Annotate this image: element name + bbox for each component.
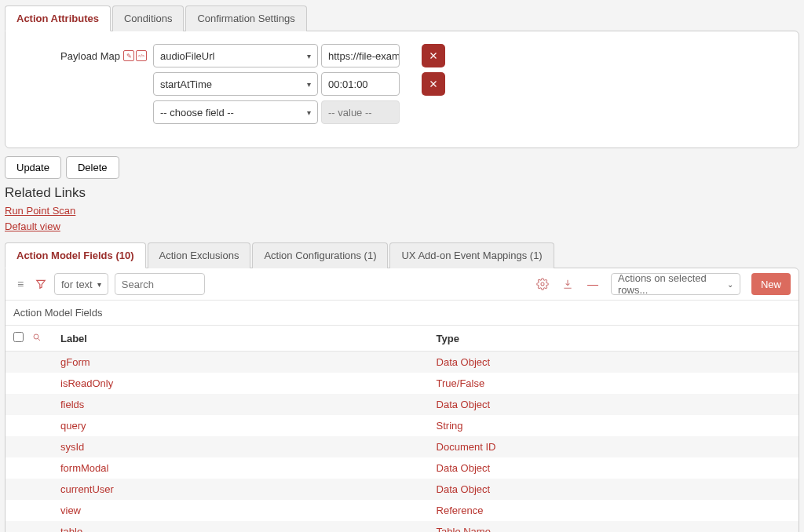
tab-action-exclusions[interactable]: Action Exclusions [148,242,251,268]
delete-button[interactable]: Delete [66,156,119,179]
tab-confirmation-settings[interactable]: Confirmation Settings [185,5,306,31]
related-link[interactable]: Default view [5,219,799,235]
payload-row: -- choose field --▾-- value -- [20,100,784,124]
cell-type[interactable]: Data Object [429,352,799,373]
related-link[interactable]: Run Point Scan [5,203,799,219]
tab-conditions[interactable]: Conditions [112,5,184,31]
chevron-down-icon: ▾ [307,52,311,60]
payload-field-select[interactable]: -- choose field --▾ [153,100,318,124]
cell-label[interactable]: query [53,415,429,436]
payload-value-input[interactable]: 00:01:00 [321,72,400,96]
tab-action-configurations-1-[interactable]: Action Configurations (1) [252,242,388,268]
table-row: tableTable Name [5,521,799,532]
cell-label[interactable]: table [53,521,429,532]
action-attributes-panel: Payload Map✎</>audioFileUrl▾https://file… [5,31,799,148]
list-section-title: Action Model Fields [5,301,799,326]
cell-label[interactable]: sysId [53,436,429,457]
tab-ux-add-on-event-mappings-1-[interactable]: UX Add-on Event Mappings (1) [389,242,554,268]
bulk-actions-label: Actions on selected rows... [618,272,727,296]
payload-field-select[interactable]: startAtTime▾ [153,72,318,96]
cell-label[interactable]: view [53,500,429,521]
payload-row: startAtTime▾00:01:00 [20,72,784,96]
payload-field-select[interactable]: audioFileUrl▾ [153,44,318,67]
cell-label[interactable]: formModal [53,457,429,479]
cell-label[interactable]: currentUser [53,479,429,500]
payload-map-label: Payload Map [60,50,120,62]
table-row: viewReference [5,500,799,521]
remove-row-button[interactable] [422,44,445,67]
select-all-checkbox[interactable] [13,332,24,342]
menu-icon[interactable]: ≡ [13,277,27,291]
cell-type[interactable]: Document ID [429,436,799,457]
cell-type[interactable]: Data Object [429,457,799,479]
chevron-down-icon: ▾ [307,80,311,89]
cell-label[interactable]: fields [53,394,429,415]
column-header-label[interactable]: Label [53,326,429,352]
form-action-row: Update Delete [5,156,799,179]
code-edit-icon[interactable]: </> [136,50,147,61]
remove-row-button[interactable] [422,72,445,96]
table-row: queryString [5,415,799,436]
lower-tab-bar: Action Model Fields (10)Action Exclusion… [5,242,799,268]
bulk-actions-select[interactable]: Actions on selected rows... ⌄ [611,273,740,295]
payload-value-input[interactable]: https://file-example [321,44,400,67]
cell-type[interactable]: String [429,415,799,436]
chevron-down-icon: ▾ [97,280,101,289]
tab-action-attributes[interactable]: Action Attributes [5,5,111,31]
related-links-heading: Related Links [5,185,799,201]
payload-value-input: -- value -- [321,100,400,124]
search-column-icon[interactable] [32,333,42,344]
chevron-down-icon: ▾ [307,108,311,117]
remove-line-icon[interactable]: — [586,277,600,291]
cell-label[interactable]: isReadOnly [53,373,429,394]
column-header-type[interactable]: Type [429,326,799,352]
table-row: currentUserData Object [5,479,799,500]
cell-type[interactable]: Data Object [429,479,799,500]
table-row: gFormData Object [5,352,799,373]
filter-icon[interactable] [34,277,48,291]
table-row: fieldsData Object [5,394,799,415]
table-row: isReadOnlyTrue/False [5,373,799,394]
cell-type[interactable]: True/False [429,373,799,394]
tree-edit-icon[interactable]: ✎ [123,50,134,61]
payload-row: Payload Map✎</>audioFileUrl▾https://file… [20,44,784,67]
svg-point-1 [34,334,38,339]
table-header-controls [5,326,53,352]
filter-mode-label: for text [61,279,93,290]
cell-label[interactable]: gForm [53,352,429,373]
table-row: formModalData Object [5,457,799,479]
gear-icon[interactable] [535,277,550,291]
cell-type[interactable]: Data Object [429,394,799,415]
upper-tab-bar: Action AttributesConditionsConfirmation … [5,5,799,31]
list-panel: ≡ for text ▾ — Actions on selected rows.… [5,268,799,532]
chevron-down-icon: ⌄ [727,280,733,289]
download-icon[interactable] [561,277,575,291]
filter-mode-select[interactable]: for text ▾ [54,273,108,295]
table-row: sysIdDocument ID [5,436,799,457]
svg-point-0 [541,282,544,286]
cell-type[interactable]: Reference [429,500,799,521]
search-input[interactable] [115,273,205,295]
list-toolbar: ≡ for text ▾ — Actions on selected rows.… [5,268,799,301]
cell-type[interactable]: Table Name [429,521,799,532]
tab-action-model-fields-10-[interactable]: Action Model Fields (10) [5,242,146,268]
model-fields-table: Label Type gFormData ObjectisReadOnlyTru… [5,326,799,532]
update-button[interactable]: Update [5,156,61,179]
new-button[interactable]: New [751,273,791,295]
